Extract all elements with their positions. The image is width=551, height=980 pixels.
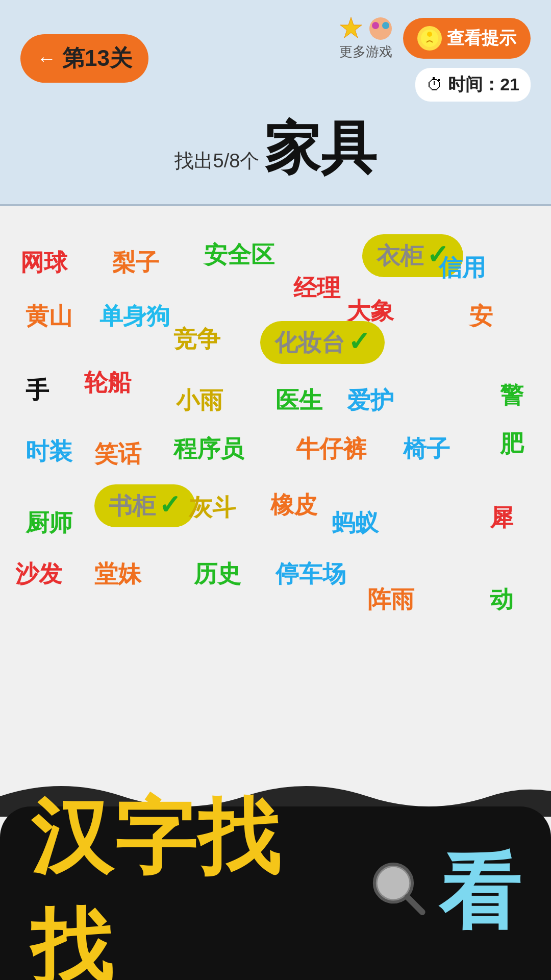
word-w2[interactable]: 梨子 — [112, 247, 159, 279]
word-w26[interactable]: 灰斗 — [189, 492, 236, 524]
word-w22[interactable]: 牛仔裤 — [296, 433, 366, 465]
back-arrow-icon: ← — [37, 49, 56, 68]
word-w30[interactable]: 犀 — [490, 502, 513, 534]
svg-point-5 — [427, 32, 432, 37]
hint-btn-label: 查看提示 — [447, 27, 516, 50]
title-section: 找出5/8个 家具 — [20, 112, 531, 189]
find-count-label: 找出5/8个 — [174, 148, 260, 174]
word-w36[interactable]: 动 — [490, 584, 513, 616]
word-w10[interactable]: 安 — [469, 301, 493, 332]
word-w25[interactable]: 书柜✓ — [94, 484, 195, 527]
svg-line-8 — [408, 897, 422, 912]
svg-point-1 — [369, 17, 392, 40]
hint-button[interactable]: 查看提示 — [403, 18, 531, 59]
svg-point-3 — [382, 22, 389, 29]
word-w31[interactable]: 沙发 — [15, 558, 62, 590]
banner-left-text: 汉字找找 — [31, 783, 358, 980]
word-w28[interactable]: 厨师 — [26, 507, 72, 539]
star-icon — [338, 15, 364, 42]
hint-icon — [417, 26, 442, 51]
svg-marker-0 — [340, 17, 362, 38]
word-w35[interactable]: 阵雨 — [367, 584, 414, 616]
banner-right-text: 看 — [439, 838, 520, 948]
word-w24[interactable]: 肥 — [500, 428, 523, 460]
word-w13[interactable]: 手 — [26, 375, 49, 406]
more-games-area[interactable]: 更多游戏 — [338, 15, 394, 61]
word-w20[interactable]: 笑话 — [94, 438, 141, 470]
word-w14[interactable]: 轮船 — [84, 367, 131, 399]
word-w17[interactable]: 爱护 — [347, 385, 394, 416]
word-w3[interactable]: 安全区 — [204, 239, 274, 271]
games-icon — [367, 15, 394, 42]
timer-icon: ⏱ — [427, 76, 443, 94]
word-w33[interactable]: 历史 — [194, 558, 241, 590]
word-w23[interactable]: 椅子 — [403, 433, 450, 465]
timer-label: 时间：21 — [448, 73, 519, 96]
word-w27[interactable]: 橡皮 — [270, 489, 317, 521]
word-w19[interactable]: 时装 — [26, 436, 72, 468]
timer-area: ⏱ 时间：21 — [415, 68, 531, 102]
svg-point-7 — [378, 867, 410, 899]
back-button[interactable]: ← 第13关 — [20, 34, 148, 83]
word-w1[interactable]: 网球 — [20, 247, 67, 279]
header: ← 第13关 — [0, 0, 551, 204]
search-icon — [368, 857, 429, 919]
level-label: 第13关 — [62, 43, 132, 74]
word-w5[interactable]: 信用 — [439, 252, 486, 284]
word-w12[interactable]: 化妆台✓ — [260, 321, 385, 364]
word-w7[interactable]: 黄山 — [26, 301, 72, 332]
bottom-banner: 汉字找找 看 — [0, 806, 551, 980]
more-games-label: 更多游戏 — [339, 43, 392, 61]
word-w18[interactable]: 警 — [500, 380, 523, 411]
word-w16[interactable]: 医生 — [276, 385, 322, 416]
word-w11[interactable]: 竞争 — [173, 324, 220, 355]
svg-point-2 — [372, 22, 379, 29]
word-w32[interactable]: 堂妹 — [94, 558, 141, 590]
word-w6[interactable]: 经理 — [293, 273, 340, 304]
word-w29[interactable]: 蚂蚁 — [332, 507, 379, 539]
main-title: 家具 — [264, 117, 377, 179]
word-w21[interactable]: 程序员 — [173, 433, 244, 465]
word-w15[interactable]: 小雨 — [176, 385, 223, 416]
word-w8[interactable]: 单身狗 — [99, 301, 170, 332]
word-w34[interactable]: 停车场 — [276, 558, 346, 590]
